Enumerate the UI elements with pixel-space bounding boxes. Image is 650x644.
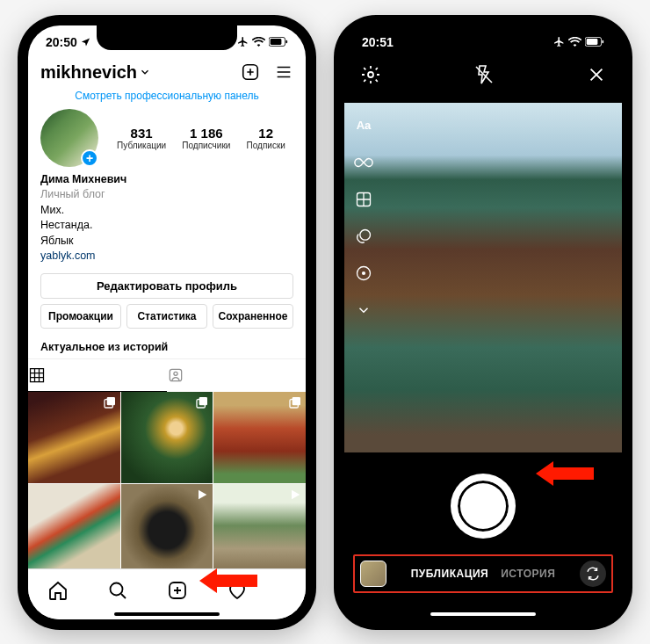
wifi-icon	[568, 37, 581, 47]
mode-selector-bar: ПУБЛИКАЦИЯ ИСТОРИЯ	[353, 554, 613, 593]
svg-rect-16	[602, 40, 603, 43]
bio-line-1: Мих.	[40, 203, 293, 219]
video-icon	[195, 488, 209, 502]
bio-link[interactable]: yablyk.com	[40, 249, 293, 264]
svg-rect-1	[271, 39, 282, 45]
create-button[interactable]	[241, 62, 260, 82]
stat-followers[interactable]: 1 186 Подписчики	[182, 126, 230, 150]
edit-profile-button[interactable]: Редактировать профиль	[40, 273, 293, 299]
highlights-header[interactable]: Актуальное из историй	[28, 334, 306, 358]
avatar[interactable]: +	[40, 109, 98, 167]
promotions-button[interactable]: Промоакции	[40, 304, 121, 329]
svg-point-12	[111, 583, 123, 596]
svg-point-5	[174, 372, 177, 375]
battery-icon	[269, 37, 288, 47]
svg-rect-2	[285, 40, 287, 43]
svg-rect-8	[199, 397, 207, 405]
mode-story[interactable]: ИСТОРИЯ	[501, 568, 555, 580]
multi-capture-tool[interactable]	[351, 224, 376, 249]
flip-camera-icon	[585, 566, 601, 582]
stat-following-label: Подписки	[247, 141, 285, 150]
insights-button[interactable]: Статистика	[126, 304, 207, 329]
stat-followers-label: Подписчики	[182, 141, 230, 150]
phone-right: 20:51 Aa ПУБ	[334, 15, 632, 630]
airplane-icon	[237, 36, 249, 47]
chevron-down-icon	[356, 302, 372, 318]
layout-tool[interactable]	[351, 187, 376, 212]
stat-following-count: 12	[247, 126, 285, 141]
flash-button[interactable]	[473, 64, 495, 85]
camera-viewfinder[interactable]	[344, 103, 622, 452]
tagged-icon	[167, 366, 184, 384]
annotation-arrow	[536, 461, 594, 486]
carousel-icon	[103, 395, 117, 409]
profile-stats-row: + 831 Публикации 1 186 Подписчики 12 Под…	[28, 109, 306, 167]
flash-off-icon	[473, 64, 495, 85]
post-thumbnail[interactable]	[121, 484, 213, 576]
expand-tools[interactable]	[351, 298, 376, 322]
menu-button[interactable]	[274, 62, 293, 82]
bio: Дима Михневич Личный блог Мих. Нестанда.…	[28, 167, 306, 273]
plus-square-icon	[241, 62, 260, 82]
flip-camera-button[interactable]	[580, 561, 606, 587]
wifi-icon	[252, 37, 265, 47]
bio-category: Личный блог	[40, 187, 293, 203]
nav-create[interactable]	[167, 580, 188, 601]
airplane-icon	[553, 36, 565, 47]
video-icon	[288, 488, 302, 502]
nav-home[interactable]	[47, 580, 69, 601]
saved-button[interactable]: Сохраненное	[213, 304, 293, 329]
chevron-down-icon	[139, 66, 151, 78]
notch	[413, 25, 553, 50]
mode-post[interactable]: ПУБЛИКАЦИЯ	[411, 568, 488, 580]
search-icon	[107, 580, 128, 601]
svg-rect-10	[292, 397, 300, 405]
bio-line-3: Яблык	[40, 234, 293, 250]
stat-following[interactable]: 12 Подписки	[247, 126, 285, 150]
bio-line-2: Нестанда.	[40, 218, 293, 234]
infinity-icon	[354, 153, 373, 172]
annotation-arrow	[199, 568, 257, 593]
posts-grid	[28, 392, 306, 576]
svg-rect-6	[106, 397, 114, 405]
stat-posts-label: Публикации	[117, 141, 166, 150]
tab-tagged[interactable]	[167, 359, 306, 392]
settings-button[interactable]	[360, 64, 381, 85]
status-time: 20:50	[46, 35, 77, 49]
pro-dashboard-link[interactable]: Смотреть профессиональную панель	[28, 86, 306, 109]
boomerang-tool[interactable]	[351, 150, 376, 175]
post-thumbnail[interactable]	[28, 484, 120, 576]
level-icon	[355, 264, 372, 282]
battery-icon	[585, 37, 604, 47]
bio-name: Дима Михневич	[40, 172, 293, 188]
text-tool[interactable]: Aa	[351, 113, 376, 138]
username-toggle[interactable]: mikhnevich	[40, 62, 151, 83]
grid-icon	[28, 366, 46, 384]
profile-header: mikhnevich	[28, 59, 306, 86]
phone-left: 20:50 mikhnevich См	[18, 15, 316, 630]
post-thumbnail[interactable]	[121, 392, 213, 484]
nav-search[interactable]	[107, 580, 128, 601]
tab-grid[interactable]	[28, 359, 167, 392]
multi-icon	[355, 228, 372, 245]
svg-point-19	[360, 229, 371, 240]
hamburger-icon	[274, 62, 293, 82]
svg-rect-15	[587, 39, 598, 45]
close-button[interactable]	[587, 65, 606, 84]
carousel-icon	[195, 395, 209, 409]
status-time: 20:51	[362, 35, 394, 49]
post-thumbnail[interactable]	[28, 392, 120, 484]
level-tool[interactable]	[351, 261, 376, 286]
gallery-button[interactable]	[360, 561, 386, 587]
post-thumbnail[interactable]	[213, 392, 306, 484]
screen-camera: 20:51 Aa ПУБ	[344, 25, 622, 619]
add-story-icon[interactable]: +	[81, 149, 98, 167]
post-thumbnail[interactable]	[213, 484, 306, 576]
stat-followers-count: 1 186	[182, 126, 230, 141]
stat-posts[interactable]: 831 Публикации	[117, 126, 166, 150]
shutter-button[interactable]	[454, 477, 512, 535]
svg-point-21	[362, 271, 365, 274]
layout-icon	[355, 191, 372, 208]
username-text: mikhnevich	[40, 62, 137, 83]
stat-posts-count: 831	[117, 126, 166, 141]
